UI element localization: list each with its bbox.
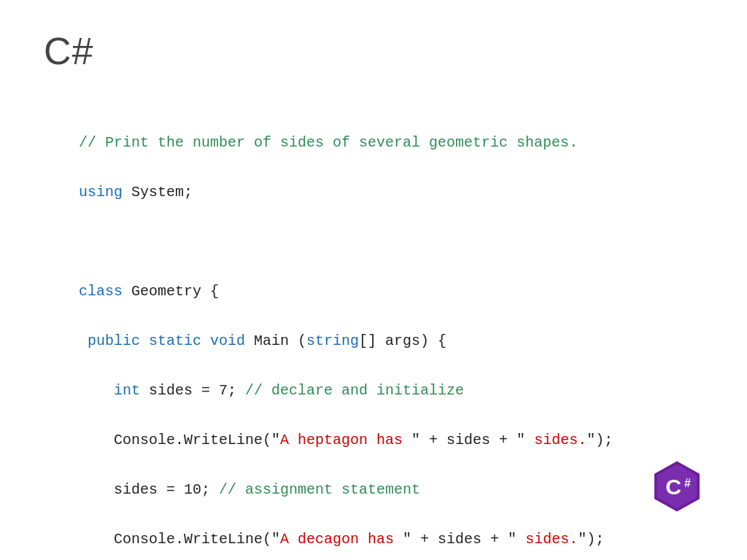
code-using-system: System; bbox=[123, 184, 193, 201]
keyword-void: void bbox=[201, 332, 245, 349]
keyword-int: int bbox=[79, 382, 140, 399]
code-sides-init: sides = 7; bbox=[140, 382, 245, 399]
comment-assignment1: // assignment statement bbox=[219, 481, 420, 498]
code-writeline2-mid: " + sides + " bbox=[403, 531, 525, 548]
slide-header: C# bbox=[0, 0, 747, 84]
keyword-class: class bbox=[79, 283, 123, 300]
code-writeline2-pre: Console.WriteLine(" bbox=[79, 531, 280, 548]
keyword-public: public bbox=[79, 332, 140, 349]
code-main-sig: Main ( bbox=[245, 332, 306, 349]
code-writeline1-mid: " + sides + " bbox=[411, 432, 534, 448]
code-sides-10: sides = 10; bbox=[79, 481, 219, 498]
comment-line1: // Print the number of sides of several … bbox=[79, 134, 578, 151]
slide: C# // Print the number of sides of sever… bbox=[0, 0, 747, 560]
csharp-logo: C # bbox=[651, 460, 703, 513]
code-writeline1-pre: Console.WriteLine(" bbox=[79, 432, 280, 448]
svg-text:#: # bbox=[684, 477, 691, 489]
string-sides2: sides. bbox=[525, 531, 578, 548]
string-decagon: A decagon has bbox=[280, 531, 403, 548]
svg-text:C: C bbox=[665, 475, 681, 499]
comment-declare: // declare and initialize bbox=[245, 382, 464, 399]
code-writeline2-end: "); bbox=[578, 531, 604, 548]
code-block: // Print the number of sides of several … bbox=[0, 84, 747, 560]
code-class-name: Geometry { bbox=[123, 283, 219, 300]
keyword-static: static bbox=[140, 332, 201, 349]
keyword-string: string bbox=[306, 332, 359, 349]
code-writeline1-end: "); bbox=[587, 432, 613, 448]
string-heptagon: A heptagon has bbox=[280, 432, 411, 448]
string-sides1: sides. bbox=[534, 432, 587, 448]
code-main-sig2: [] args) { bbox=[359, 332, 446, 349]
keyword-using: using bbox=[79, 184, 123, 201]
slide-title: C# bbox=[44, 29, 703, 73]
